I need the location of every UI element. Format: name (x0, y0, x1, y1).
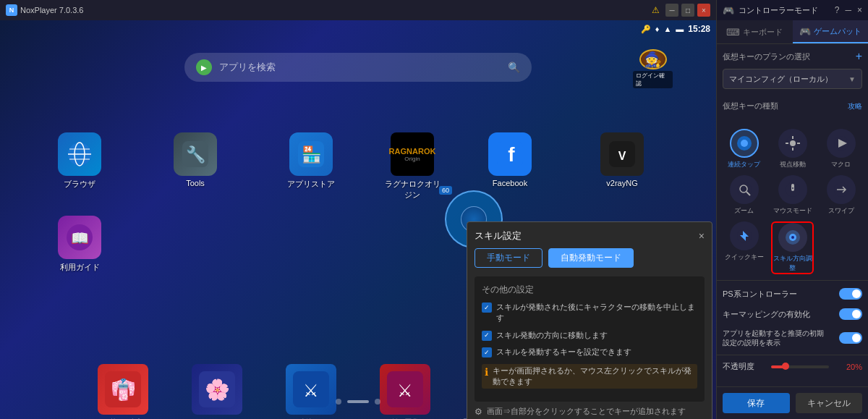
plan-section: 仮想キーのプランの選択 + マイコンフィグ（ローカル） ▼ (717, 44, 868, 101)
nox-icon: N (6, 4, 17, 16)
divider-1 (717, 280, 868, 281)
setting-label-2: スキル発動の方向に移動します (496, 330, 608, 341)
ps-controller-toggle[interactable] (839, 288, 862, 300)
keymapping-toggle-thumb (852, 310, 861, 318)
maximize-button[interactable]: □ (681, 4, 694, 17)
svg-point-47 (791, 236, 794, 239)
panel-close-icon[interactable]: × (857, 5, 862, 15)
guide-icon: 📖 (58, 216, 101, 259)
key-type-skill-direction[interactable]: スキル方向調整 (771, 221, 814, 274)
panel-bottom-buttons: 保存 キャンセル (717, 386, 868, 419)
title-bar: N NoxPlayer 7.0.3.6 ⚠ ─ □ × (0, 0, 716, 20)
app-browser[interactable]: ブラウザ (51, 132, 109, 190)
app-alchemist[interactable]: 🌸 アルケミストガーデン (181, 364, 253, 419)
minimize-button[interactable]: ─ (665, 4, 678, 17)
popup-close-button[interactable]: × (699, 230, 705, 242)
plan-section-title: 仮想キーのプランの選択 (723, 51, 810, 62)
guide-label: 利用ガイド (60, 262, 100, 273)
key-type-mouse-mode[interactable]: マウスモード (771, 175, 814, 216)
macro-icon (827, 129, 856, 158)
minimize-icon[interactable]: ─ (845, 5, 851, 15)
tab-gamepad-label: ゲームパット (814, 26, 861, 37)
daily-icon: 👘 (98, 364, 148, 415)
plan-dropdown[interactable]: マイコンフィグ（ローカル） ▼ (723, 69, 862, 89)
tab-gamepad[interactable]: 🎮 ゲームパット (793, 20, 869, 43)
zoom-label: ズーム (734, 206, 754, 216)
right-panel: 🎮 コントローラーモード ? ─ × ⌨ キーボード 🎮 ゲームパット 仮想キー… (716, 0, 868, 419)
app-v2ray[interactable]: V v2rayNG (593, 132, 651, 187)
cancel-button[interactable]: キャンセル (796, 393, 863, 413)
key-types-section: 仮想キーの種類 攻略 (717, 101, 868, 126)
key-type-swipe[interactable]: スワイプ (820, 175, 862, 216)
recommend-toggle[interactable] (839, 332, 862, 344)
window-controls: ─ □ × (665, 4, 710, 17)
macro-label: マクロ (831, 160, 851, 169)
quick-key-label: クイックキー (725, 253, 764, 262)
opacity-row: 不透明度 20% (717, 358, 868, 375)
app-title: NoxPlayer 7.0.3.6 (20, 6, 83, 14)
auto-mode-button[interactable]: 自動発動モード (548, 248, 634, 268)
login-button[interactable]: 🧙 ログイン確認 (633, 49, 673, 85)
swipe-label: スワイプ (828, 206, 854, 216)
key-type-grid: 連続タップ 視点移動 マクロ ズーム マウスモード (717, 126, 868, 277)
gamepad-icon: 🎮 (799, 26, 811, 37)
add-plan-button[interactable]: + (856, 50, 862, 63)
app-rune[interactable]: ⚔ 崩壊3rd (275, 364, 347, 419)
keymapping-toggle[interactable] (839, 308, 862, 320)
app-facebook[interactable]: f Facebook (481, 132, 539, 187)
app-logo: N NoxPlayer 7.0.3.6 (6, 4, 83, 16)
key-type-quick-key[interactable]: クイックキー (723, 221, 765, 274)
tools-icon: 🔧 (174, 132, 217, 176)
opacity-slider[interactable] (771, 365, 829, 368)
svg-text:📖: 📖 (71, 229, 89, 247)
viewpoint-icon (778, 129, 807, 158)
keymapping-row: キーマッピングの有効化 (717, 304, 868, 324)
tools-label: Tools (186, 179, 205, 187)
save-button[interactable]: 保存 (723, 393, 790, 413)
ps-controller-row: PS系コントローラー (717, 284, 868, 304)
war-icon: ⚔ (380, 364, 430, 415)
app-daily[interactable]: 👘 日替わり内室 (87, 364, 159, 419)
key-types-title: 仮想キーの種類 (723, 101, 778, 111)
checkbox-2[interactable]: ✓ (482, 331, 492, 341)
skill-direction-icon (778, 223, 807, 252)
plan-dropdown-value: マイコンフィグ（ローカル） (729, 74, 833, 85)
panel-tabs: ⌨ キーボード 🎮 ゲームパット (717, 20, 868, 44)
svg-text:V: V (618, 150, 626, 162)
setting-item-1: ✓ スキルが発動された後にキャラクターの移動を中止します (482, 302, 697, 324)
panel-titlebar: 🎮 コントローラーモード ? ─ × (717, 0, 868, 20)
warning-icon: ⚠ (652, 5, 660, 15)
app-war[interactable]: ⚔ 戦国覇業 (369, 364, 441, 419)
app-guide[interactable]: 📖 利用ガイド (51, 216, 109, 273)
browser-icon (58, 132, 101, 176)
app-tools[interactable]: 🔧 Tools (166, 132, 224, 187)
help-icon[interactable]: ? (835, 5, 840, 15)
search-bar[interactable]: ▶ アプリを検索 🔍 (184, 53, 532, 82)
hint-link[interactable]: 攻略 (848, 101, 862, 111)
store-label: アプリストア (287, 179, 335, 190)
manual-mode-button[interactable]: 手動モード (475, 248, 542, 268)
checkbox-1[interactable]: ✓ (482, 302, 492, 313)
key-type-continuous-tap[interactable]: 連続タップ (723, 129, 765, 169)
joystick-badge: 60 (439, 186, 452, 195)
key-type-zoom[interactable]: ズーム (723, 175, 765, 216)
checkbox-3[interactable]: ✓ (482, 347, 492, 357)
divider-2 (717, 355, 868, 355)
app-ragnarok[interactable]: RAGNAROK Origin ラグナロクオリジン (383, 132, 441, 200)
close-button[interactable]: × (697, 4, 710, 17)
swipe-icon (827, 175, 856, 204)
viewpoint-label: 視点移動 (780, 160, 806, 169)
other-settings-title: その他の設定 (482, 284, 697, 296)
key-type-macro[interactable]: マクロ (820, 129, 862, 169)
android-screen: 🔑 ♦ ▲ ▬ 15:28 ▶ アプリを検索 🔍 🧙 ログイン確認 ブラウザ 🔧… (0, 20, 716, 419)
v2ray-icon: V (600, 132, 644, 176)
popup-title: スキル設定 (475, 229, 522, 242)
recommend-label: アプリを起動すると推奨の初期設定の説明を表示 (723, 329, 824, 347)
recommend-toggle-thumb (852, 334, 861, 342)
tab-keyboard[interactable]: ⌨ キーボード (717, 20, 793, 43)
app-store[interactable]: 🏪 アプリストア (282, 132, 340, 190)
search-placeholder: アプリを検索 (219, 61, 501, 74)
key-type-viewpoint[interactable]: 視点移動 (771, 129, 814, 169)
svg-text:⚔: ⚔ (397, 381, 413, 400)
zoom-icon (730, 175, 759, 204)
